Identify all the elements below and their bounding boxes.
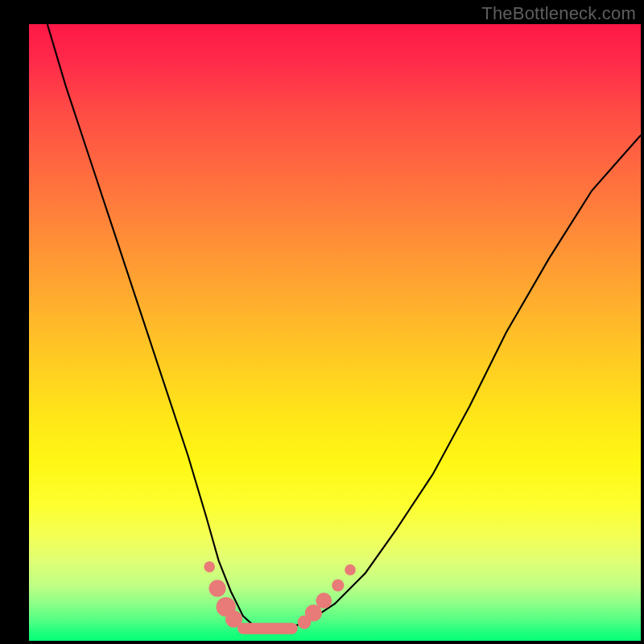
- curve-marker: [332, 580, 344, 592]
- curve-markers: [204, 561, 355, 629]
- curve-layer: [29, 24, 641, 641]
- curve-marker: [209, 580, 226, 597]
- watermark-text: TheBottleneck.com: [481, 3, 636, 24]
- chart-container: TheBottleneck.com: [0, 0, 644, 644]
- plot-area: [29, 24, 641, 641]
- curve-marker: [316, 592, 332, 609]
- curve-marker: [204, 561, 215, 572]
- curve-marker: [225, 611, 242, 628]
- curve-marker: [345, 564, 356, 576]
- bottleneck-curve: [47, 24, 641, 629]
